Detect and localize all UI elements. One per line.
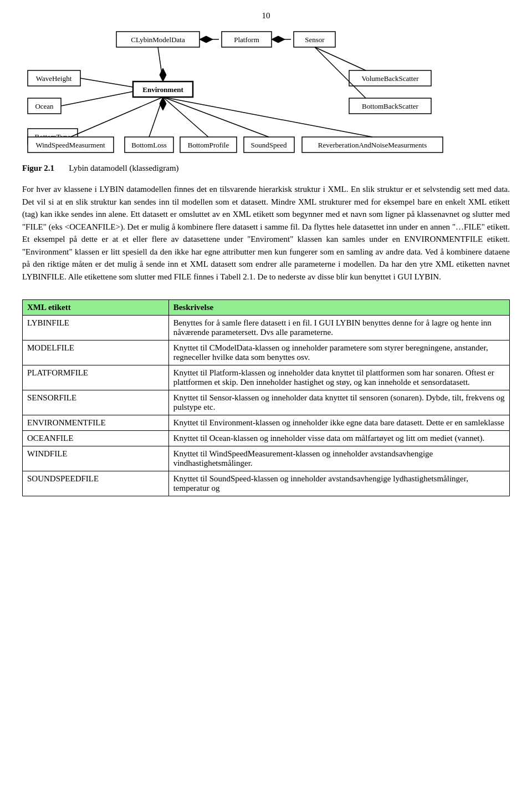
table-row: OCEANFILEKnyttet til Ocean-klassen og in… bbox=[23, 431, 510, 446]
svg-line-27 bbox=[163, 97, 269, 137]
table-header-col1: XML etikett bbox=[23, 300, 169, 316]
node-platform: Platform bbox=[234, 35, 259, 44]
svg-line-22 bbox=[315, 47, 366, 70]
node-windspeed: WindSpeedMeasurment bbox=[35, 141, 105, 149]
xml-tag-desc: Knyttet til Platform-klassen og innehold… bbox=[168, 365, 509, 390]
node-bottomloss: BottomLoss bbox=[131, 141, 167, 149]
node-volumebackscatter: VolumeBackScatter bbox=[361, 74, 419, 83]
node-soundspeed: SoundSpeed bbox=[251, 141, 288, 149]
xml-tag-key: SENSORFILE bbox=[23, 390, 169, 415]
node-ocean: Ocean bbox=[35, 102, 54, 110]
xml-tag-key: WINDFILE bbox=[23, 446, 169, 471]
node-reverberation: ReverberationAndNoiseMeasurments bbox=[318, 141, 427, 149]
svg-line-26 bbox=[163, 97, 208, 137]
svg-marker-21 bbox=[160, 68, 166, 82]
class-diagram: CLybinModelData Platform Sensor WaveHeig… bbox=[22, 26, 510, 154]
xml-tag-desc: Knyttet til Ocean-klassen og inneholder … bbox=[168, 431, 509, 446]
xml-tag-desc: Benyttes for å samle flere datasett i en… bbox=[168, 316, 509, 340]
table-row: LYBINFILEBenyttes for å samle flere data… bbox=[23, 316, 510, 340]
node-environment: Environment bbox=[142, 85, 183, 94]
figure-label: Figur 2.1 bbox=[22, 164, 54, 172]
xml-tag-desc: Knyttet til CModelData-klassen og inneho… bbox=[168, 340, 509, 365]
table-row: WINDFILEKnyttet til WindSpeedMeasurement… bbox=[23, 446, 510, 471]
node-sensor: Sensor bbox=[305, 35, 325, 44]
figure-text: Lybin datamodell (klassedigram) bbox=[69, 164, 178, 172]
xml-tag-key: SOUNDSPEEDFILE bbox=[23, 471, 169, 496]
table-row: ENVIRONMENTFILEKnyttet til Environment-k… bbox=[23, 415, 510, 431]
node-bottomprofile: BottomProfile bbox=[188, 141, 229, 149]
xml-tag-key: ENVIRONMENTFILE bbox=[23, 415, 169, 431]
xml-tag-desc: Knyttet til WindSpeedMeasurement-klassen… bbox=[168, 446, 509, 471]
page-number: 10 bbox=[22, 11, 510, 21]
xml-tag-key: OCEANFILE bbox=[23, 431, 169, 446]
svg-line-24 bbox=[70, 97, 163, 137]
xml-tag-desc: Knyttet til Environment-klassen og inneh… bbox=[168, 415, 509, 431]
xml-tag-key: LYBINFILE bbox=[23, 316, 169, 340]
figure-caption: Figur 2.1 Lybin datamodell (klassedigram… bbox=[22, 164, 510, 173]
node-bottombackscatter: BottomBackScatter bbox=[362, 102, 418, 110]
svg-line-28 bbox=[163, 97, 372, 137]
table-row: SENSORFILEKnyttet til Sensor-klassen og … bbox=[23, 390, 510, 415]
svg-line-19 bbox=[61, 92, 133, 106]
table-header-col2: Beskrivelse bbox=[168, 300, 509, 316]
xml-tag-key: MODELFILE bbox=[23, 340, 169, 365]
table-row: SOUNDSPEEDFILEKnyttet til SoundSpeed-kla… bbox=[23, 471, 510, 496]
xml-tag-desc: Knyttet til SoundSpeed-klassen og inneho… bbox=[168, 471, 509, 496]
xml-tags-table: XML etikett Beskrivelse LYBINFILEBenytte… bbox=[22, 299, 510, 496]
diagram-container: CLybinModelData Platform Sensor WaveHeig… bbox=[22, 26, 510, 154]
table-row: PLATFORMFILEKnyttet til Platform-klassen… bbox=[23, 365, 510, 390]
svg-marker-15 bbox=[200, 36, 213, 43]
svg-marker-17 bbox=[272, 36, 285, 43]
svg-line-18 bbox=[80, 78, 133, 87]
node-waveheight: WaveHeight bbox=[36, 74, 72, 83]
table-row: MODELFILEKnyttet til CModelData-klassen … bbox=[23, 340, 510, 365]
node-clybinmodeldata: CLybinModelData bbox=[131, 35, 185, 44]
xml-tag-desc: Knyttet til Sensor-klassen og inneholder… bbox=[168, 390, 509, 415]
xml-tag-key: PLATFORMFILE bbox=[23, 365, 169, 390]
body-paragraph-1: For hver av klassene i LYBIN datamodelle… bbox=[22, 183, 510, 283]
page-container: 10 CLybinModelData Platform Sensor WaveH… bbox=[0, 0, 532, 513]
